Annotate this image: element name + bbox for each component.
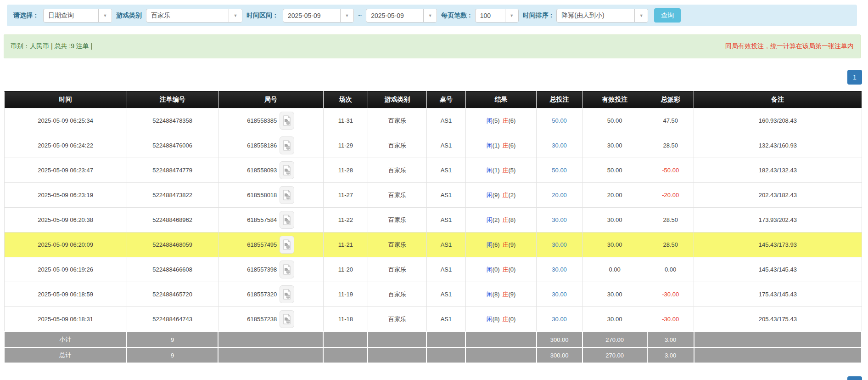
player-result: 闲 [487,266,493,273]
cell-time: 2025-05-09 06:24:22 [4,133,127,158]
banker-points: (2) [509,192,516,199]
chevron-down-icon: ▼ [229,9,242,22]
pagination-page-1-bottom[interactable] [847,376,862,380]
cell-result: 闲(2)庄(8) [465,208,536,233]
cell-note: 202.43/182.43 [694,183,862,208]
player-result: 闲 [487,142,493,149]
column-header-game: 游戏类别 [368,91,426,108]
player-result: 闲 [487,117,493,124]
player-result: 闲 [487,291,493,298]
cell-session: 11-27 [323,183,368,208]
cell-table: AS1 [426,133,465,158]
cell-table: AS1 [426,307,465,332]
video-replay-icon[interactable] [280,112,294,130]
video-replay-icon[interactable] [280,186,294,204]
banker-points: (9) [509,291,516,298]
cell-bet-id: 522488468962 [127,208,218,233]
date-from-select[interactable]: 2025-05-09 ▼ [283,9,354,23]
cell-time: 2025-05-09 06:20:09 [4,233,127,257]
video-replay-icon[interactable] [280,161,294,179]
video-replay-icon[interactable] [280,136,294,154]
cell-payout: -30.00 [647,307,694,332]
game-category-select[interactable]: 百家乐 ▼ [146,9,242,23]
cell-session: 11-29 [323,133,368,158]
cell-time: 2025-05-09 06:23:19 [4,183,127,208]
game-category-value: 百家乐 [146,9,229,22]
cell-game: 百家乐 [368,233,426,257]
video-replay-icon[interactable] [280,211,294,229]
cell-result: 闲(1)庄(6) [465,133,536,158]
cell-time: 2025-05-09 06:19:26 [4,257,127,282]
cell-total-bet[interactable]: 50.00 [537,158,582,183]
summary-total-bet: 300.00 [537,347,582,363]
date-to-select[interactable]: 2025-05-09 ▼ [366,9,437,23]
banker-result: 庄 [503,192,509,199]
query-type-value: 日期查询 [44,9,98,22]
cell-total-bet[interactable]: 30.00 [537,282,582,307]
banker-points: (9) [509,241,516,248]
column-header-session: 场次 [323,91,368,108]
video-replay-icon[interactable] [280,285,294,303]
search-button[interactable]: 查询 [654,8,681,23]
cell-result: 闲(9)庄(2) [465,183,536,208]
banker-points: (0) [509,266,516,273]
query-type-label: 请选择： [13,11,39,20]
cell-total-bet[interactable]: 30.00 [537,233,582,257]
cell-time: 2025-05-09 06:18:59 [4,282,127,307]
video-replay-icon[interactable] [280,310,294,328]
cell-session: 11-20 [323,257,368,282]
round-id: 618558186 [247,142,277,149]
cell-note: 173.93/202.43 [694,208,862,233]
cell-total-bet[interactable]: 30.00 [537,133,582,158]
cell-total-bet[interactable]: 20.00 [537,183,582,208]
cell-round: 618558018 [218,183,323,208]
query-type-select[interactable]: 日期查询 ▼ [43,9,112,23]
cell-note: 145.43/173.93 [694,233,862,257]
cell-valid-bet: 30.00 [582,233,647,257]
date-from-value: 2025-05-09 [283,9,340,22]
column-header-table: 桌号 [426,91,465,108]
cell-total-bet[interactable]: 30.00 [537,307,582,332]
cell-note: 132.43/160.93 [694,133,862,158]
cell-valid-bet: 30.00 [582,282,647,307]
player-result: 闲 [487,192,493,199]
banker-points: (0) [509,316,516,323]
player-result: 闲 [487,216,493,223]
cell-valid-bet: 20.00 [582,183,647,208]
sort-order-value: 降冪(由大到小) [557,9,634,22]
cell-time: 2025-05-09 06:20:38 [4,208,127,233]
column-header-payout: 总派彩 [647,91,694,108]
cell-round: 618557320 [218,282,323,307]
video-replay-icon[interactable] [280,261,294,278]
cell-total-bet[interactable]: 50.00 [537,108,582,133]
cell-total-bet[interactable]: 30.00 [537,208,582,233]
table-row: 2025-05-09 06:23:47 522488474779 6185580… [4,158,862,183]
sort-order-select[interactable]: 降冪(由大到小) ▼ [556,9,648,23]
cell-round: 618558385 [218,108,323,133]
summary-info-bar: 币别：人民币 | 总共 :9 注单 | 同局有效投注，统一计算在该局第一张注单内 [4,34,861,58]
cell-bet-id: 522488478358 [127,108,218,133]
column-header-total-bet: 总投注 [537,91,582,108]
table-row: 2025-05-09 06:25:34 522488478358 6185583… [4,108,862,133]
cell-bet-id: 522488465720 [127,282,218,307]
banker-points: (5) [509,167,516,174]
summary-row: 小计 9 300.00 270.00 3.00 [4,332,862,347]
cell-total-bet[interactable]: 30.00 [537,257,582,282]
cell-bet-id: 522488474779 [127,158,218,183]
column-header-time: 时间 [4,91,127,108]
summary-valid-bet: 270.00 [582,347,647,363]
cell-payout: -50.00 [647,158,694,183]
summary-row: 总计 9 300.00 270.00 3.00 [4,347,862,363]
banker-points: (8) [509,216,516,223]
player-points: (8) [493,316,500,323]
cell-session: 11-19 [323,282,368,307]
cell-result: 闲(8)庄(0) [465,307,536,332]
cell-empty [426,347,465,363]
cell-empty [694,332,862,347]
pagination-page-1[interactable]: 1 [847,70,862,85]
video-replay-icon[interactable] [280,236,294,254]
cell-result: 闲(8)庄(9) [465,282,536,307]
cell-note: 175.43/145.43 [694,282,862,307]
cell-game: 百家乐 [368,158,426,183]
per-page-select[interactable]: 100 ▼ [475,9,519,23]
